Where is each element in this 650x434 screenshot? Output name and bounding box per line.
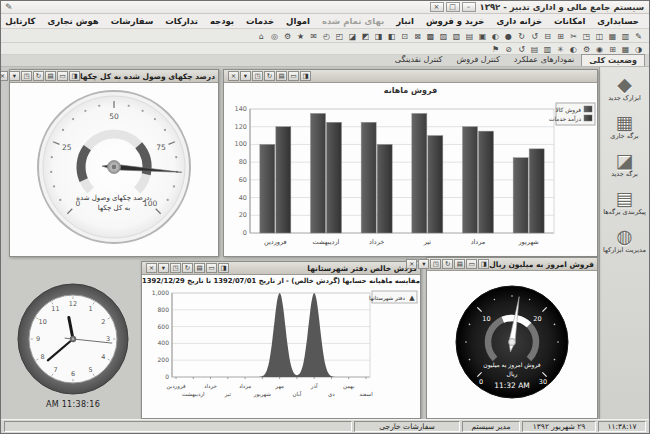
users-icon[interactable]: ◩ [360, 30, 372, 41]
redo-icon[interactable]: ↻ [516, 30, 528, 41]
new-document-icon[interactable]: ✎ [633, 30, 645, 41]
maximize-button[interactable]: ◨ [478, 259, 489, 269]
monthly-sales-chart-title: فروش ماهانه [224, 83, 597, 97]
export-button[interactable]: ▤ [276, 71, 287, 81]
tab-3[interactable]: کنترل نقدینگی [388, 54, 450, 66]
revert-icon[interactable]: ↺ [516, 43, 528, 54]
current-sheet-icon: ▦ [602, 111, 648, 133]
menu-item-6[interactable]: اموال [280, 16, 316, 26]
sidebar-item-1[interactable]: ▦برگه جاری [602, 111, 648, 140]
paste-icon[interactable]: ⊟ [542, 30, 554, 41]
mail-icon[interactable]: ✉ [308, 30, 320, 41]
export-button[interactable]: ▤ [454, 259, 465, 269]
collapse-button[interactable]: ▭ [466, 259, 477, 269]
pin-button[interactable]: ▾ [418, 259, 429, 269]
grid-icon[interactable]: ▣ [477, 30, 489, 41]
refresh-button[interactable]: ↻ [264, 71, 275, 81]
menu-item-9[interactable]: تدارکات [159, 16, 204, 26]
close-button[interactable]: × [228, 71, 239, 81]
menu-item-5[interactable]: بهای تمام شده [316, 16, 390, 26]
close-button[interactable]: × [1, 71, 8, 81]
snapshot-button[interactable]: ◳ [430, 259, 441, 269]
tab-0[interactable]: وضعیت کلی [581, 54, 645, 66]
snapshot-button[interactable]: ◳ [252, 71, 263, 81]
menu-item-3[interactable]: خرید و فروش [420, 16, 491, 26]
about-icon[interactable]: ◎ [269, 30, 281, 41]
refresh-button[interactable]: ↻ [182, 263, 193, 273]
journal-icon[interactable]: ▩ [425, 30, 437, 41]
warehouse-icon[interactable]: ⊡ [399, 30, 411, 41]
minimize-button[interactable]: – [462, 2, 476, 12]
save-icon[interactable]: ▦ [607, 30, 619, 41]
ledger-icon[interactable]: ▨ [438, 30, 450, 41]
svg-text:ریال: ریال [507, 370, 518, 378]
menu-item-11[interactable]: هوش تجاری [42, 16, 105, 26]
print-icon[interactable]: ◫ [594, 30, 606, 41]
maximize-button[interactable]: ◨ [300, 71, 311, 81]
export-button[interactable]: ▤ [194, 263, 205, 273]
tab-1[interactable]: نمودارهای عملکرد [507, 54, 582, 66]
menu-item-4[interactable]: انبار [390, 16, 420, 26]
snapshot-button[interactable]: ◳ [170, 263, 181, 273]
asterisk-icon[interactable]: ✳ [555, 43, 567, 54]
svg-text:80: 80 [239, 158, 247, 166]
calendar-icon[interactable]: ◰ [334, 30, 346, 41]
pin-button[interactable]: ▾ [240, 71, 251, 81]
settings-icon[interactable]: ⚙ [282, 30, 294, 41]
menu-item-0[interactable]: حسابداری [591, 16, 645, 26]
menu-item-12[interactable]: کارتابل [0, 16, 42, 26]
save-layout-icon[interactable]: ⊞ [607, 43, 619, 54]
dashboard-table-icon[interactable]: ▦ [620, 43, 632, 54]
sidebar-item-0[interactable]: ◆ابزارک جدید [602, 73, 648, 102]
filter-icon[interactable]: ◐ [490, 30, 502, 41]
treasury-icon[interactable]: ◧ [386, 30, 398, 41]
report-icon[interactable]: ▧ [451, 30, 463, 41]
menu-item-1[interactable]: امکانات [548, 16, 591, 26]
bar-chart-icon[interactable]: ▥ [542, 43, 554, 54]
info-icon[interactable]: ◑ [633, 43, 645, 54]
sidebar-item-2[interactable]: ◪برگه جدید [602, 149, 648, 178]
clock-icon[interactable]: ◴ [321, 30, 333, 41]
favorites-icon[interactable]: ★ [295, 30, 307, 41]
block-icon[interactable]: ⊘ [503, 43, 515, 54]
copy-icon[interactable]: ⊞ [555, 30, 567, 41]
svg-text:100: 100 [235, 140, 247, 148]
maximize-button[interactable]: ◨ [69, 71, 80, 81]
menu-item-2[interactable]: خزانه داری [490, 16, 548, 26]
open-folder-icon[interactable]: ▥ [620, 30, 632, 41]
collapse-button[interactable]: ▭ [57, 71, 68, 81]
collapse-button[interactable]: ▭ [288, 71, 299, 81]
collapse-button[interactable]: ▭ [206, 263, 217, 273]
table-icon[interactable]: ▤ [464, 30, 476, 41]
close-button[interactable]: × [406, 259, 417, 269]
print-preview-icon[interactable]: ◳ [581, 30, 593, 41]
undo-icon[interactable]: ↺ [529, 30, 541, 41]
sidebar-item-4[interactable]: ◍مدیریت ابزارکها [602, 225, 648, 254]
export-button[interactable]: ▤ [45, 71, 56, 81]
search-icon[interactable]: ● [503, 30, 515, 41]
close-button[interactable]: × [430, 2, 444, 12]
lock-icon[interactable]: ◪ [347, 30, 359, 41]
home-icon[interactable]: ⌂ [256, 30, 268, 41]
maximize-button[interactable]: ◨ [218, 263, 229, 273]
tab-2[interactable]: کنترل فروش [449, 54, 506, 66]
flag-icon[interactable]: ⚑ [490, 43, 502, 54]
pin-button[interactable]: ▾ [158, 263, 169, 273]
cheque-icon[interactable]: ◨ [373, 30, 385, 41]
options-gear-icon[interactable]: ⚙ [581, 43, 593, 54]
menu-item-7[interactable]: خدمات [240, 16, 280, 26]
clipboard-icon[interactable]: ▤ [529, 43, 541, 54]
invoice-icon[interactable]: ⊠ [412, 30, 424, 41]
globe-icon[interactable]: ◉ [594, 43, 606, 54]
refresh-button[interactable]: ↻ [33, 71, 44, 81]
menu-item-10[interactable]: سفارشات [105, 16, 160, 26]
refresh-button[interactable]: ↻ [442, 259, 453, 269]
contrast-icon[interactable]: ◐ [568, 43, 580, 54]
close-button[interactable]: × [146, 263, 157, 273]
pin-button[interactable]: ▾ [9, 71, 20, 81]
snapshot-button[interactable]: ◳ [21, 71, 32, 81]
cut-icon[interactable]: ✂ [568, 30, 580, 41]
maximize-button[interactable]: □ [446, 2, 460, 12]
menu-item-8[interactable]: بودجه [204, 16, 240, 26]
sidebar-item-3[interactable]: ▤پیکربندی برگه‌ها [602, 187, 648, 216]
